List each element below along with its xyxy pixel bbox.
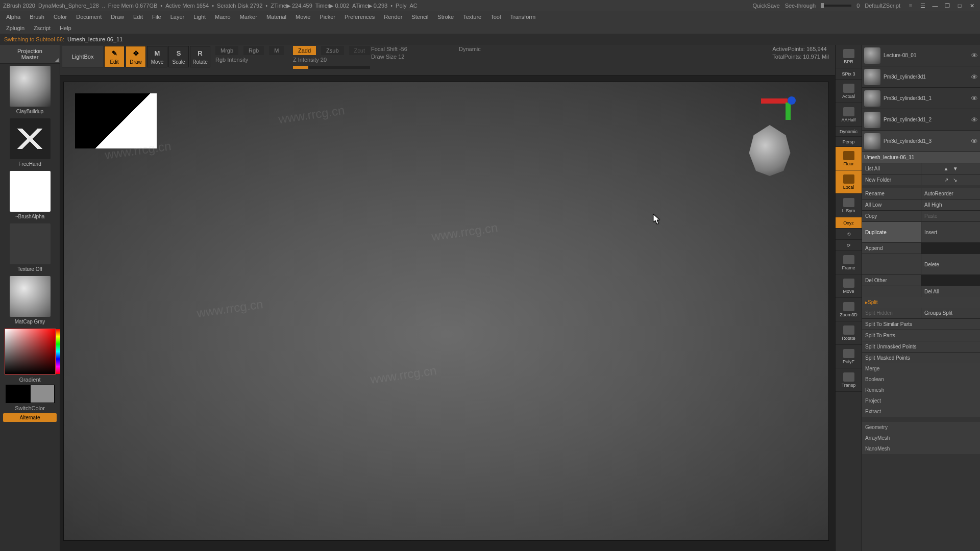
menu-draw[interactable]: Draw (107, 12, 128, 21)
defaultzscript-button[interactable]: DefaultZScript (865, 3, 900, 9)
nanomesh-section[interactable]: NanoMesh (862, 443, 980, 454)
mrgb-button[interactable]: Mrgb (215, 46, 238, 55)
menu-marker[interactable]: Marker (236, 12, 261, 21)
zsub-button[interactable]: Zsub (321, 46, 344, 55)
m-button[interactable]: M (269, 46, 284, 55)
menu-tool[interactable]: Tool (486, 12, 505, 21)
draw-size-label[interactable]: Draw Size 12 (371, 54, 448, 60)
arraymesh-section[interactable]: ArrayMesh (862, 433, 980, 443)
autoreorder-button[interactable]: AutoReorder (921, 188, 980, 199)
duplicate-button[interactable]: Duplicate (862, 222, 921, 242)
copy-button[interactable]: Copy (862, 211, 921, 221)
menu-render[interactable]: Render (380, 12, 406, 21)
spin-b-icon[interactable]: ⟳ (836, 240, 862, 251)
listall-button[interactable]: List All (862, 163, 921, 174)
menu-preferences[interactable]: Preferences (340, 12, 379, 21)
eye-icon[interactable]: 👁 (971, 52, 978, 60)
menu-zplugin[interactable]: Zplugin (2, 23, 29, 33)
viewport-thumbnail[interactable] (75, 93, 157, 148)
polyf-button[interactable]: PolyF (836, 345, 862, 368)
splittoparts-button[interactable]: Split To Parts (862, 330, 980, 341)
menu-stencil[interactable]: Stencil (407, 12, 432, 21)
extract-section[interactable]: Extract (862, 406, 980, 417)
split-section[interactable]: ▸ Split (862, 297, 980, 308)
draw-mode-button[interactable]: ✥Draw (126, 46, 146, 67)
subtool-row[interactable]: Pm3d_cylinder3d1👁 (862, 66, 980, 88)
splithidden-button[interactable]: Split Hidden (862, 308, 921, 318)
alpha-thumb[interactable] (10, 171, 51, 212)
close-icon[interactable]: ✕ (967, 2, 977, 10)
rename-button[interactable]: Rename (862, 188, 921, 199)
quicksave-button[interactable]: QuickSave (752, 3, 779, 9)
subtool-name-bar[interactable]: Umesh_lecture-06_11 (862, 152, 980, 163)
menu-macro[interactable]: Macro (211, 12, 235, 21)
camera-head-icon[interactable] (747, 125, 793, 176)
gradient-label[interactable]: Gradient (0, 377, 60, 383)
menu-help[interactable]: Help (56, 23, 76, 33)
color-picker[interactable] (5, 329, 56, 374)
paste-button[interactable]: Paste (921, 211, 980, 221)
eye-icon[interactable]: 👁 (971, 94, 978, 103)
lightbox-button[interactable]: LightBox (62, 46, 103, 67)
bpr-button[interactable]: BPR (836, 45, 862, 68)
alllow-button[interactable]: All Low (862, 199, 921, 210)
menu-texture[interactable]: Texture (459, 12, 485, 21)
menu-color[interactable]: Color (50, 12, 71, 21)
rgb-intensity-label[interactable]: Rgb Intensity (215, 57, 292, 63)
color-swatches[interactable] (6, 385, 55, 403)
menu-picker[interactable]: Picker (315, 12, 339, 21)
seethrough-slider[interactable] (821, 5, 851, 7)
menu-transform[interactable]: Transform (506, 12, 540, 21)
spix-button[interactable]: SPix 3 (836, 68, 862, 80)
boolean-section[interactable]: Boolean (862, 374, 980, 385)
projection-master-button[interactable]: Projection Master (0, 45, 60, 64)
focal-shift-label[interactable]: Focal Shift -56 (371, 46, 448, 52)
matcap-thumb[interactable] (10, 276, 51, 317)
menu-document[interactable]: Document (72, 12, 106, 21)
edit-mode-button[interactable]: ✎Edit (104, 46, 125, 67)
actual-button[interactable]: Actual (836, 80, 862, 103)
menu2-icon[interactable]: ☰ (918, 2, 928, 10)
swatch-secondary[interactable] (6, 385, 30, 403)
subtool-row[interactable]: Pm3d_cylinder3d1_2👁 (862, 109, 980, 131)
delete-button[interactable]: Delete (921, 254, 980, 274)
menu-material[interactable]: Material (262, 12, 290, 21)
append-button[interactable]: Append (862, 243, 921, 254)
eye-icon[interactable]: 👁 (971, 137, 978, 145)
texture-thumb[interactable] (10, 223, 51, 264)
subtool-row[interactable]: Lecture-08_01👁 (862, 45, 980, 66)
switchcolor-button[interactable]: SwitchColor (0, 405, 60, 411)
menu-file[interactable]: File (148, 12, 165, 21)
menu-zscript[interactable]: Zscript (30, 23, 55, 33)
delall-button[interactable]: Del All (921, 286, 980, 297)
insert-button[interactable]: Insert (921, 222, 980, 242)
menu-edit[interactable]: Edit (129, 12, 147, 21)
splitunmasked-button[interactable]: Split Unmasked Points (862, 341, 980, 352)
menu-icon[interactable]: ≡ (905, 2, 916, 10)
remesh-section[interactable]: Remesh (862, 385, 980, 395)
alternate-button[interactable]: Alternate (3, 413, 57, 422)
lsym-button[interactable]: L.Sym (836, 194, 862, 217)
aahalf-button[interactable]: AAHalf (836, 103, 862, 127)
z-intensity-label[interactable]: Z Intensity 20 (293, 57, 370, 63)
subtool-list[interactable]: Lecture-08_01👁 Pm3d_cylinder3d1👁 Pm3d_cy… (862, 45, 980, 163)
menu-alpha[interactable]: Alpha (2, 12, 24, 21)
eye-icon[interactable]: 👁 (971, 116, 978, 124)
move-mode-button[interactable]: MMove (147, 46, 167, 67)
stroke-thumb[interactable] (10, 118, 51, 159)
arrow-buttons[interactable]: ↗ ↘ (921, 174, 980, 185)
transp-button[interactable]: Transp (836, 368, 862, 392)
menu-layer[interactable]: Layer (166, 12, 189, 21)
groupssplit-button[interactable]: Groups Split (921, 308, 980, 318)
newfolder-button[interactable]: New Folder (862, 174, 921, 185)
subtool-row[interactable]: Pm3d_cylinder3d1_3👁 (862, 131, 980, 152)
nav-move-button[interactable]: Move (836, 274, 862, 298)
scale-mode-button[interactable]: SScale (168, 46, 189, 67)
zoom3d-button[interactable]: Zoom3D (836, 298, 862, 321)
eye-icon[interactable]: 👁 (971, 73, 978, 81)
spin-a-icon[interactable]: ⟲ (836, 229, 862, 240)
splitmasked-button[interactable]: Split Masked Points (862, 353, 980, 363)
subtool-row[interactable]: Pm3d_cylinder3d1_1👁 (862, 88, 980, 109)
viewport-canvas[interactable]: www.rrcg.cn www.rrcg.cn www.rrcg.cn www.… (63, 82, 829, 541)
menu-movie[interactable]: Movie (291, 12, 314, 21)
